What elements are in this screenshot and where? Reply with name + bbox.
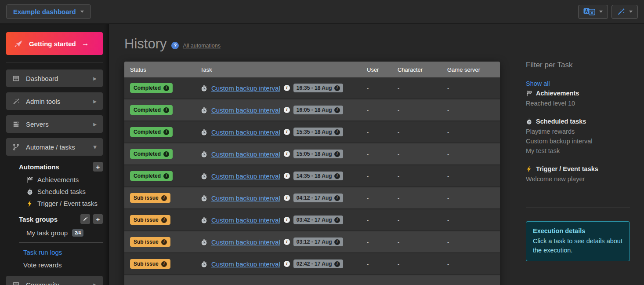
info-icon[interactable]: i [284, 85, 290, 91]
user-cell: - [361, 217, 392, 223]
wand-icon [617, 7, 625, 16]
dashboard-selector-button[interactable]: Example dashboard [6, 4, 91, 19]
sidebar-item-task-run-logs[interactable]: Task run logs [23, 248, 103, 256]
filter-task-item[interactable]: Custom backup interval [526, 136, 630, 146]
timestamp-label: 16:05 - 18 Aug [297, 107, 332, 113]
status-badge: Sub issue i [130, 259, 170, 269]
status-badge: Completed i [130, 171, 173, 181]
table-row[interactable]: Sub issue i Custom backup interval i 04:… [124, 187, 500, 209]
character-cell: - [392, 217, 441, 223]
sidebar-divider [6, 62, 103, 62]
task-groups-title: Task groups [19, 216, 58, 223]
timestamp-badge: 03:12 - 17 Aug i [293, 238, 343, 246]
table-row[interactable]: Sub issue i Custom backup interval i 02:… [124, 253, 500, 275]
task-link[interactable]: Custom backup interval [211, 106, 280, 114]
sidebar: Getting started → Dashboard ▶ Admin tool… [0, 24, 109, 285]
sidebar-item-servers[interactable]: Servers ▶ [6, 115, 103, 133]
filter-task-item[interactable]: Playtime rewards [526, 127, 630, 136]
task-link[interactable]: Custom backup interval [211, 238, 280, 246]
info-icon[interactable]: i [284, 129, 290, 135]
chevron-right-icon: ▶ [93, 122, 97, 127]
game-server-cell: - [441, 217, 500, 223]
task-link[interactable]: Custom backup interval [211, 84, 280, 92]
character-cell: - [392, 107, 441, 113]
edit-task-groups-button[interactable] [80, 214, 90, 224]
status-badge: Sub issue i [130, 193, 170, 203]
show-all-link[interactable]: Show all [526, 80, 630, 87]
filter-group-title: Trigger / Event tasks [536, 165, 598, 172]
sidebar-item-dashboard[interactable]: Dashboard ▶ [6, 69, 103, 87]
all-automations-link[interactable]: All automations [183, 43, 220, 49]
pencil-icon [83, 216, 88, 222]
info-icon[interactable]: i [284, 151, 290, 157]
automations-section: Automations + Achievements Scheduled tas… [19, 162, 103, 269]
user-cell: - [361, 261, 392, 267]
filter-task-item[interactable]: My test task [526, 146, 630, 156]
help-icon[interactable]: ? [171, 42, 179, 49]
filter-panel-title: Filter per Task [526, 61, 630, 69]
filter-group-achievements: Achievements Reached level 10 [526, 90, 630, 108]
sidebar-item-my-task-group[interactable]: My task group 2/4 [26, 229, 103, 237]
sidebar-item-community[interactable]: Community ▶ [6, 276, 103, 285]
timestamp-badge: 02:42 - 17 Aug i [293, 259, 343, 268]
sidebar-item-achievements[interactable]: Achievements [26, 176, 103, 183]
sidebar-item-trigger-event-tasks[interactable]: Trigger / Event tasks [26, 200, 103, 207]
task-link[interactable]: Custom backup interval [211, 150, 280, 158]
user-cell: - [361, 85, 392, 91]
table-row[interactable]: Completed i Custom backup interval i 15:… [124, 143, 500, 165]
dashboard-icon [12, 75, 20, 82]
svg-text:A: A [585, 9, 588, 14]
info-icon[interactable]: i [284, 217, 290, 223]
filter-task-item[interactable]: Reached level 10 [526, 99, 630, 108]
add-task-group-button[interactable]: + [93, 214, 103, 224]
table-row[interactable]: Sub issue i Custom backup interval i 03:… [124, 209, 500, 231]
chevron-right-icon: ▶ [93, 76, 97, 81]
table-row[interactable]: Completed i Custom backup interval i 15:… [124, 121, 500, 143]
sidebar-item-label: Community [26, 281, 59, 285]
task-link[interactable]: Custom backup interval [211, 216, 280, 224]
sidebar-item-label: Admin tools [26, 98, 60, 105]
stopwatch-icon [200, 172, 208, 180]
table-row[interactable] [124, 275, 500, 285]
timestamp-label: 03:42 - 17 Aug [297, 217, 332, 223]
sidebar-item-scheduled-tasks[interactable]: Scheduled tasks [26, 188, 103, 195]
info-icon[interactable]: i [284, 239, 290, 245]
window-icon [12, 281, 20, 285]
add-automation-button[interactable]: + [93, 162, 103, 172]
table-row[interactable]: Completed i Custom backup interval i 16:… [124, 99, 500, 121]
status-label: Completed [134, 129, 161, 135]
task-link[interactable]: Custom backup interval [211, 260, 280, 268]
user-cell: - [361, 195, 392, 201]
info-icon[interactable]: i [284, 173, 290, 179]
task-link[interactable]: Custom backup interval [211, 194, 280, 202]
wand-button[interactable] [611, 5, 638, 19]
info-icon[interactable]: i [284, 195, 290, 201]
chevron-down-icon: ▼ [93, 145, 97, 150]
task-groups-header: Task groups + [19, 214, 103, 224]
info-icon: i [334, 217, 340, 223]
dashboard-selector-label: Example dashboard [13, 8, 76, 15]
info-icon[interactable]: i [284, 261, 290, 267]
filter-panel-divider [526, 208, 630, 208]
status-label: Completed [134, 173, 161, 179]
language-button[interactable]: A [578, 5, 608, 19]
filter-task-item[interactable]: Welcome new player [526, 174, 630, 184]
getting-started-button[interactable]: Getting started → [6, 32, 103, 55]
info-icon[interactable]: i [284, 107, 290, 113]
sidebar-item-label: Achievements [37, 176, 79, 183]
task-link[interactable]: Custom backup interval [211, 172, 280, 180]
sidebar-item-admin-tools[interactable]: Admin tools ▶ [6, 92, 103, 110]
sidebar-item-vote-rewards[interactable]: Vote rewards [23, 261, 103, 269]
table-row[interactable]: Completed i Custom backup interval i 16:… [124, 77, 500, 99]
sidebar-item-automate-tasks[interactable]: Automate / tasks ▼ [6, 138, 103, 156]
table-row[interactable]: Completed i Custom backup interval i 14:… [124, 165, 500, 187]
user-cell: - [361, 129, 392, 135]
translate-icon: A [583, 7, 595, 16]
execution-details-title: Execution details [533, 227, 623, 234]
stopwatch-icon [200, 150, 208, 158]
task-group-label: My task group [26, 229, 68, 237]
info-icon: i [161, 217, 167, 223]
stopwatch-icon [200, 260, 208, 268]
task-link[interactable]: Custom backup interval [211, 128, 280, 136]
table-row[interactable]: Sub issue i Custom backup interval i 03:… [124, 231, 500, 253]
